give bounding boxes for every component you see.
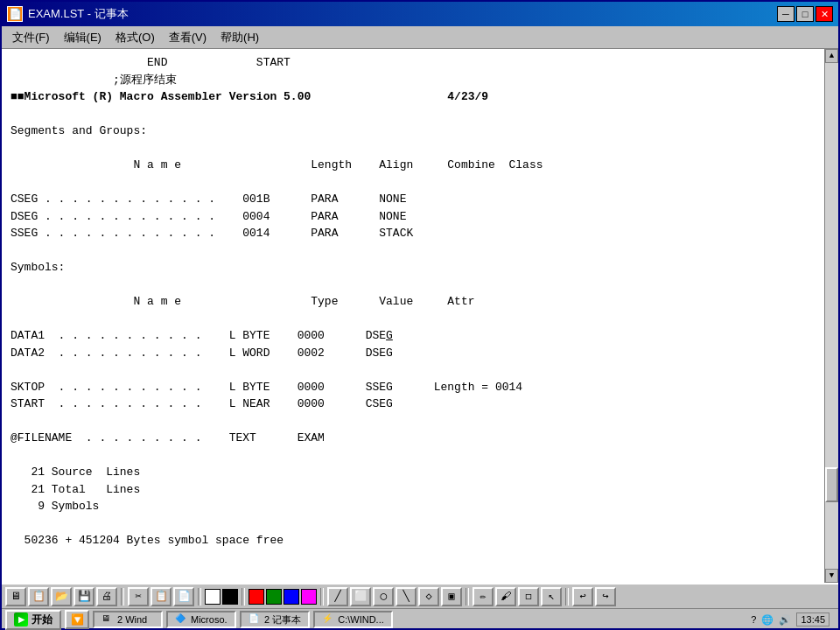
- toolbar-btn-7[interactable]: 📋: [150, 587, 172, 606]
- content-text: END START ;源程序结束 ■■Microsoft (R) Macro A…: [10, 54, 816, 550]
- tool-pencil[interactable]: ✏: [472, 587, 494, 606]
- toolbar-btn-4[interactable]: 💾: [74, 587, 94, 606]
- tool-diamond[interactable]: ◇: [418, 587, 439, 606]
- taskbar-item-1[interactable]: 🔷 Microso.: [166, 611, 236, 628]
- toolbar-sep-2: [198, 588, 201, 606]
- scroll-thumb[interactable]: [825, 467, 838, 502]
- taskbar-item-3[interactable]: ⚡ C:\WIND...: [313, 611, 393, 628]
- tool-eraser[interactable]: ◻: [518, 587, 539, 606]
- tool-cursor[interactable]: ↖: [541, 587, 562, 606]
- tool-brush[interactable]: 🖌: [495, 587, 516, 606]
- color-green[interactable]: [266, 589, 282, 605]
- tool-diag[interactable]: ╲: [396, 587, 416, 606]
- tool-rect[interactable]: ⬜: [350, 587, 371, 606]
- menu-edit[interactable]: 编辑(E): [57, 28, 108, 47]
- taskbar-item-label-3: C:\WIND...: [338, 614, 384, 625]
- scroll-down-button[interactable]: ▼: [825, 569, 838, 583]
- taskbar: 🖥 📋 📂 💾 🖨 ✂ 📋 📄 ╱ ⬜ ◯ ╲ ◇ ▣: [2, 583, 838, 628]
- toolbar-sep-4: [320, 588, 324, 606]
- toolbar: 🖥 📋 📂 💾 🖨 ✂ 📋 📄 ╱ ⬜ ◯ ╲ ◇ ▣: [2, 584, 838, 609]
- toolbar-btn-2[interactable]: 📋: [28, 587, 49, 606]
- quick-launch-btn[interactable]: 🔽: [65, 610, 89, 629]
- color-magenta[interactable]: [301, 589, 317, 605]
- tray-icon-help[interactable]: ?: [751, 614, 756, 625]
- tray-icon-network[interactable]: 🌐: [761, 614, 774, 626]
- close-button[interactable]: ✕: [816, 6, 833, 22]
- taskbar-item-icon-3: ⚡: [322, 613, 334, 626]
- minimize-button[interactable]: ─: [777, 6, 794, 22]
- start-label: 开始: [32, 612, 52, 627]
- color-black[interactable]: [222, 589, 238, 605]
- undo-button[interactable]: ↩: [572, 587, 593, 606]
- toolbar-btn-8[interactable]: 📄: [173, 587, 194, 606]
- taskbar-item-0[interactable]: 🖥 2 Wind: [93, 611, 163, 628]
- toolbar-btn-1[interactable]: 🖥: [5, 587, 26, 606]
- toolbar-sep-1: [121, 588, 124, 606]
- tray-clock: 13:45: [796, 612, 830, 626]
- window-title: EXAM.LST - 记事本: [28, 6, 777, 22]
- toolbar-sep-6: [565, 588, 569, 606]
- taskbar-item-icon-2: 📄: [248, 613, 261, 626]
- scroll-up-button[interactable]: ▲: [825, 49, 838, 63]
- system-tray: ? 🌐 🔊 13:45: [751, 612, 835, 626]
- taskbar-item-2[interactable]: 📄 2 记事本: [240, 611, 310, 628]
- toolbar-btn-5[interactable]: 🖨: [96, 587, 117, 606]
- menu-file[interactable]: 文件(F): [5, 28, 57, 47]
- taskbar-item-label-1: Microso.: [191, 614, 228, 625]
- tray-icon-speaker[interactable]: 🔊: [779, 614, 791, 626]
- redo-button[interactable]: ↪: [595, 587, 616, 606]
- taskbar-item-icon-1: 🔷: [175, 613, 187, 626]
- menu-help[interactable]: 帮助(H): [214, 28, 266, 47]
- menu-view[interactable]: 查看(V): [162, 28, 214, 47]
- restore-button[interactable]: □: [796, 6, 814, 22]
- titlebar: 📄 EXAM.LST - 记事本 ─ □ ✕: [2, 2, 838, 26]
- window-icon: 📄: [7, 6, 23, 22]
- tool-select[interactable]: ▣: [441, 587, 462, 606]
- taskbar-item-label-2: 2 记事本: [264, 613, 301, 626]
- start-button[interactable]: ▶ 开始: [5, 610, 61, 630]
- color-red[interactable]: [248, 589, 264, 605]
- toolbar-btn-6[interactable]: ✂: [128, 587, 149, 606]
- text-content[interactable]: END START ;源程序结束 ■■Microsoft (R) Macro A…: [2, 49, 824, 583]
- color-white[interactable]: [205, 589, 220, 605]
- start-icon: ▶: [14, 612, 28, 626]
- tool-ellipse[interactable]: ◯: [373, 587, 394, 606]
- main-window: 📄 EXAM.LST - 记事本 ─ □ ✕ 文件(F) 编辑(E) 格式(O)…: [0, 0, 840, 630]
- toolbar-sep-5: [466, 588, 469, 606]
- taskbar-item-icon-0: 🖥: [102, 613, 114, 626]
- window-controls: ─ □ ✕: [777, 6, 833, 22]
- vertical-scrollbar[interactable]: ▲ ▼: [824, 49, 838, 583]
- taskbar-item-label-0: 2 Wind: [117, 614, 147, 625]
- scroll-track[interactable]: [825, 63, 838, 569]
- toolbar-sep-3: [242, 588, 245, 606]
- toolbar-btn-3[interactable]: 📂: [51, 587, 72, 606]
- taskbar-bottom: ▶ 开始 🔽 🖥 2 Wind 🔷 Microso. 📄 2 记事本 ⚡ C:\…: [2, 609, 838, 630]
- tool-line[interactable]: ╱: [327, 587, 348, 606]
- menubar: 文件(F) 编辑(E) 格式(O) 查看(V) 帮助(H): [2, 26, 838, 49]
- color-blue[interactable]: [284, 589, 299, 605]
- menu-format[interactable]: 格式(O): [108, 28, 162, 47]
